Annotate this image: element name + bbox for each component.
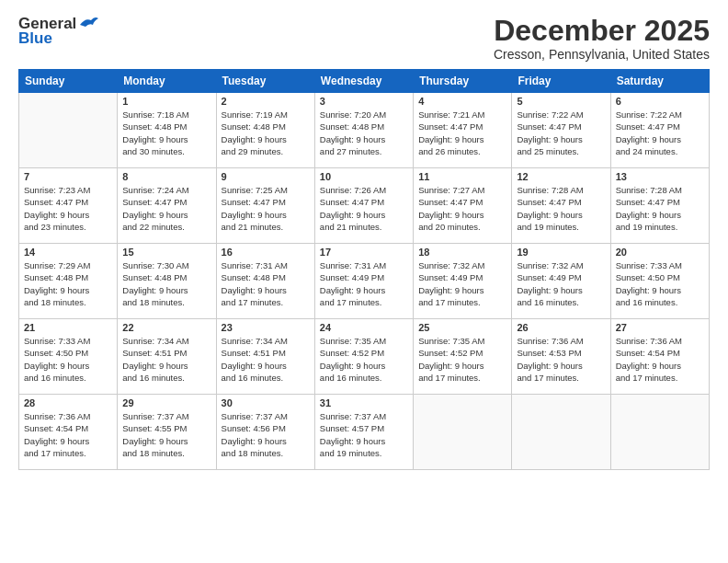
day-cell	[512, 395, 610, 470]
day-number: 4	[418, 96, 506, 107]
day-number: 22	[122, 322, 210, 333]
day-number: 16	[222, 247, 310, 258]
day-info: Sunrise: 7:37 AM Sunset: 4:57 PM Dayligh…	[320, 410, 408, 459]
day-number: 21	[24, 322, 112, 333]
day-info: Sunrise: 7:33 AM Sunset: 4:50 PM Dayligh…	[24, 335, 112, 384]
day-cell: 19Sunrise: 7:32 AM Sunset: 4:49 PM Dayli…	[512, 244, 610, 319]
day-info: Sunrise: 7:27 AM Sunset: 4:47 PM Dayligh…	[418, 184, 506, 233]
day-info: Sunrise: 7:36 AM Sunset: 4:54 PM Dayligh…	[616, 335, 704, 384]
day-cell: 26Sunrise: 7:36 AM Sunset: 4:53 PM Dayli…	[512, 319, 610, 395]
page: General Blue December 2025 Cresson, Penn…	[0, 0, 728, 563]
day-info: Sunrise: 7:36 AM Sunset: 4:53 PM Dayligh…	[517, 335, 605, 384]
day-cell: 18Sunrise: 7:32 AM Sunset: 4:49 PM Dayli…	[414, 244, 512, 319]
day-cell: 2Sunrise: 7:19 AM Sunset: 4:48 PM Daylig…	[216, 93, 314, 168]
day-number: 18	[418, 247, 506, 258]
bird-icon	[78, 16, 98, 32]
day-info: Sunrise: 7:19 AM Sunset: 4:48 PM Dayligh…	[222, 109, 310, 157]
day-cell: 8Sunrise: 7:24 AM Sunset: 4:47 PM Daylig…	[118, 168, 216, 244]
day-cell: 11Sunrise: 7:27 AM Sunset: 4:47 PM Dayli…	[414, 168, 512, 244]
day-info: Sunrise: 7:20 AM Sunset: 4:48 PM Dayligh…	[320, 109, 408, 157]
day-info: Sunrise: 7:35 AM Sunset: 4:52 PM Dayligh…	[320, 335, 408, 384]
day-number: 19	[517, 247, 605, 258]
header: General Blue December 2025 Cresson, Penn…	[18, 15, 710, 62]
day-cell	[610, 395, 709, 470]
title-block: December 2025 Cresson, Pennsylvania, Uni…	[494, 15, 710, 62]
day-number: 17	[320, 247, 408, 258]
day-number: 30	[222, 397, 310, 408]
day-cell: 17Sunrise: 7:31 AM Sunset: 4:49 PM Dayli…	[314, 244, 413, 319]
day-info: Sunrise: 7:22 AM Sunset: 4:47 PM Dayligh…	[517, 109, 605, 157]
day-cell: 14Sunrise: 7:29 AM Sunset: 4:48 PM Dayli…	[19, 244, 118, 319]
col-friday: Friday	[512, 70, 610, 93]
location: Cresson, Pennsylvania, United States	[494, 47, 710, 62]
col-tuesday: Tuesday	[216, 70, 314, 93]
day-info: Sunrise: 7:37 AM Sunset: 4:56 PM Dayligh…	[222, 410, 310, 459]
day-number: 5	[517, 96, 605, 107]
day-info: Sunrise: 7:28 AM Sunset: 4:47 PM Dayligh…	[616, 184, 704, 233]
day-number: 28	[24, 397, 112, 408]
header-row: Sunday Monday Tuesday Wednesday Thursday…	[19, 70, 710, 93]
day-cell: 23Sunrise: 7:34 AM Sunset: 4:51 PM Dayli…	[216, 319, 314, 395]
week-row-2: 7Sunrise: 7:23 AM Sunset: 4:47 PM Daylig…	[19, 168, 710, 244]
day-number: 1	[122, 96, 210, 107]
day-info: Sunrise: 7:31 AM Sunset: 4:48 PM Dayligh…	[222, 259, 310, 308]
col-thursday: Thursday	[414, 70, 512, 93]
day-number: 29	[122, 397, 210, 408]
day-info: Sunrise: 7:23 AM Sunset: 4:47 PM Dayligh…	[24, 184, 112, 233]
day-cell: 16Sunrise: 7:31 AM Sunset: 4:48 PM Dayli…	[216, 244, 314, 319]
logo-blue: Blue	[18, 29, 52, 48]
day-number: 27	[616, 322, 704, 333]
day-cell: 15Sunrise: 7:30 AM Sunset: 4:48 PM Dayli…	[118, 244, 216, 319]
day-cell: 30Sunrise: 7:37 AM Sunset: 4:56 PM Dayli…	[216, 395, 314, 470]
day-number: 31	[320, 397, 408, 408]
day-info: Sunrise: 7:24 AM Sunset: 4:47 PM Dayligh…	[122, 184, 210, 233]
day-number: 6	[616, 96, 704, 107]
day-cell	[414, 395, 512, 470]
day-info: Sunrise: 7:32 AM Sunset: 4:49 PM Dayligh…	[517, 259, 605, 308]
col-sunday: Sunday	[19, 70, 118, 93]
day-cell: 25Sunrise: 7:35 AM Sunset: 4:52 PM Dayli…	[414, 319, 512, 395]
day-number: 11	[418, 171, 506, 182]
day-number: 8	[122, 171, 210, 182]
col-wednesday: Wednesday	[314, 70, 413, 93]
day-number: 23	[222, 322, 310, 333]
logo: General Blue	[18, 15, 98, 48]
day-info: Sunrise: 7:28 AM Sunset: 4:47 PM Dayligh…	[517, 184, 605, 233]
day-cell: 20Sunrise: 7:33 AM Sunset: 4:50 PM Dayli…	[610, 244, 709, 319]
month-title: December 2025	[494, 15, 710, 47]
day-info: Sunrise: 7:36 AM Sunset: 4:54 PM Dayligh…	[24, 410, 112, 459]
day-cell: 22Sunrise: 7:34 AM Sunset: 4:51 PM Dayli…	[118, 319, 216, 395]
day-info: Sunrise: 7:34 AM Sunset: 4:51 PM Dayligh…	[222, 335, 310, 384]
week-row-3: 14Sunrise: 7:29 AM Sunset: 4:48 PM Dayli…	[19, 244, 710, 319]
day-cell: 1Sunrise: 7:18 AM Sunset: 4:48 PM Daylig…	[118, 93, 216, 168]
day-cell: 21Sunrise: 7:33 AM Sunset: 4:50 PM Dayli…	[19, 319, 118, 395]
day-cell: 6Sunrise: 7:22 AM Sunset: 4:47 PM Daylig…	[610, 93, 709, 168]
day-info: Sunrise: 7:18 AM Sunset: 4:48 PM Dayligh…	[122, 109, 210, 157]
day-info: Sunrise: 7:21 AM Sunset: 4:47 PM Dayligh…	[418, 109, 506, 157]
day-cell: 12Sunrise: 7:28 AM Sunset: 4:47 PM Dayli…	[512, 168, 610, 244]
week-row-1: 1Sunrise: 7:18 AM Sunset: 4:48 PM Daylig…	[19, 93, 710, 168]
day-number: 12	[517, 171, 605, 182]
day-number: 26	[517, 322, 605, 333]
day-cell	[19, 93, 118, 168]
col-monday: Monday	[118, 70, 216, 93]
day-number: 13	[616, 171, 704, 182]
day-cell: 31Sunrise: 7:37 AM Sunset: 4:57 PM Dayli…	[314, 395, 413, 470]
day-cell: 4Sunrise: 7:21 AM Sunset: 4:47 PM Daylig…	[414, 93, 512, 168]
day-info: Sunrise: 7:30 AM Sunset: 4:48 PM Dayligh…	[122, 259, 210, 308]
day-cell: 29Sunrise: 7:37 AM Sunset: 4:55 PM Dayli…	[118, 395, 216, 470]
day-info: Sunrise: 7:29 AM Sunset: 4:48 PM Dayligh…	[24, 259, 112, 308]
day-info: Sunrise: 7:32 AM Sunset: 4:49 PM Dayligh…	[418, 259, 506, 308]
day-number: 7	[24, 171, 112, 182]
day-number: 25	[418, 322, 506, 333]
day-info: Sunrise: 7:25 AM Sunset: 4:47 PM Dayligh…	[222, 184, 310, 233]
day-info: Sunrise: 7:33 AM Sunset: 4:50 PM Dayligh…	[616, 259, 704, 308]
day-number: 10	[320, 171, 408, 182]
calendar-table: Sunday Monday Tuesday Wednesday Thursday…	[18, 69, 710, 470]
day-cell: 27Sunrise: 7:36 AM Sunset: 4:54 PM Dayli…	[610, 319, 709, 395]
day-cell: 28Sunrise: 7:36 AM Sunset: 4:54 PM Dayli…	[19, 395, 118, 470]
day-info: Sunrise: 7:26 AM Sunset: 4:47 PM Dayligh…	[320, 184, 408, 233]
day-cell: 9Sunrise: 7:25 AM Sunset: 4:47 PM Daylig…	[216, 168, 314, 244]
day-info: Sunrise: 7:31 AM Sunset: 4:49 PM Dayligh…	[320, 259, 408, 308]
day-cell: 7Sunrise: 7:23 AM Sunset: 4:47 PM Daylig…	[19, 168, 118, 244]
